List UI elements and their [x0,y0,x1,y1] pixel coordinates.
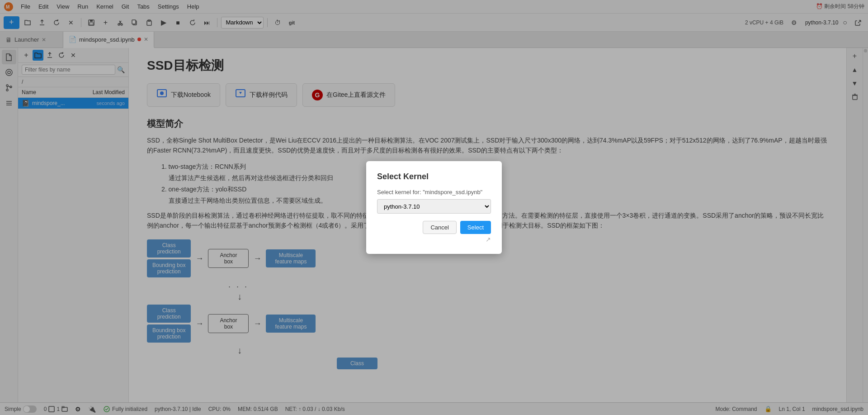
modal-overlay[interactable]: Select Kernel Select kernel for: "mindsp… [0,0,868,415]
modal-select-button[interactable]: Select [460,221,491,234]
modal-title: Select Kernel [377,172,491,181]
modal-resize-handle[interactable]: ↗ [377,236,491,243]
kernel-select[interactable]: python-3.7.10 [377,199,491,214]
modal-actions: Cancel Select [377,221,491,234]
modal-description: Select kernel for: "mindspore_ssd.ipynb" [377,189,491,196]
modal-cancel-button[interactable]: Cancel [423,221,456,234]
select-kernel-modal: Select Kernel Select kernel for: "mindsp… [366,161,502,254]
